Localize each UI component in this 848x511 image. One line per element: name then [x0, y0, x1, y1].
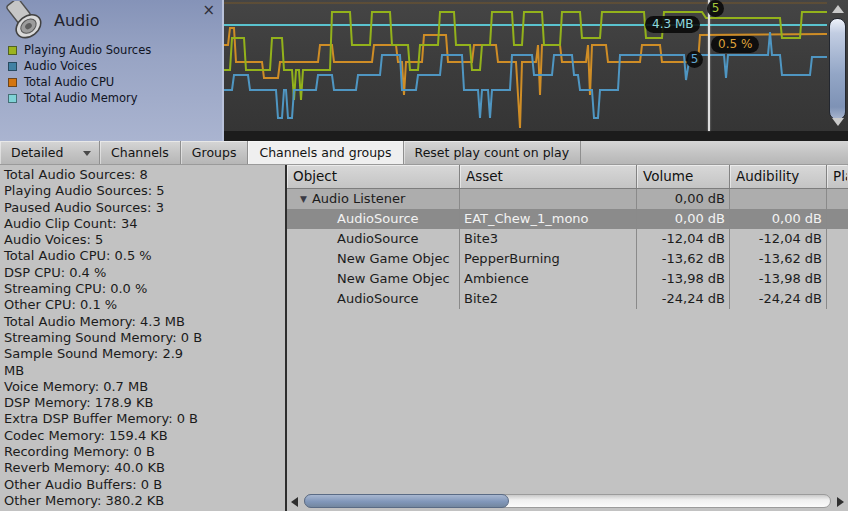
toolbar-button-reset-play-count-on-play[interactable]: Reset play count on play [404, 141, 582, 164]
legend-swatch-icon [8, 46, 17, 55]
cell-audibility: -13,98 dB [730, 269, 827, 289]
stat-line: Other CPU: 0.1 % [4, 297, 285, 313]
toolbar: Detailed ChannelsGroupsChannels and grou… [0, 141, 848, 165]
stat-line: Extra DSP Buffer Memory: 0 B [4, 411, 285, 427]
legend-item-label: Audio Voices [24, 59, 97, 73]
cell-plays [827, 229, 847, 249]
legend-swatch-icon [8, 94, 17, 103]
channels-table-panel: ObjectAssetVolumeAudibilityPla ▼Audio Li… [285, 165, 848, 511]
detailed-dropdown[interactable]: Detailed [0, 141, 100, 164]
object-label: New Game Objec [287, 249, 450, 269]
column-header-asset[interactable]: Asset [460, 165, 637, 188]
chart-vertical-scrollbar[interactable] [828, 0, 847, 131]
object-label: New Game Objec [287, 269, 450, 289]
cell-volume: -13,98 dB [637, 269, 730, 289]
column-header-object[interactable]: Object [287, 165, 460, 188]
stat-line: MB [4, 363, 285, 379]
asset-label: Ambience [460, 269, 529, 289]
asset-label: Bite2 [460, 289, 498, 309]
column-header-pla[interactable]: Pla [827, 165, 847, 188]
legend-item[interactable]: Playing Audio Sources [8, 42, 151, 58]
cell-object: New Game Objec [287, 269, 460, 289]
stat-line: Reverb Memory: 40.0 KB [4, 460, 285, 476]
stat-line: Total Audio CPU: 0.5 % [4, 248, 285, 264]
playhead-line[interactable] [708, 0, 710, 131]
table-row[interactable]: AudioSourceBite3-12,04 dB-12,04 dB [287, 229, 848, 249]
toolbar-button-channels-and-groups[interactable]: Channels and groups [248, 141, 403, 164]
scroll-right-arrow-icon[interactable] [837, 497, 844, 507]
table-horizontal-scrollbar[interactable] [287, 492, 848, 511]
stat-line: Audio Voices: 5 [4, 232, 285, 248]
cell-volume: -24,24 dB [637, 289, 730, 309]
legend-item-label: Playing Audio Sources [24, 43, 151, 57]
stat-line: Codec Memory: 159.4 KB [4, 428, 285, 444]
toolbar-buttons: ChannelsGroupsChannels and groupsReset p… [100, 141, 581, 164]
cell-audibility: -13,62 dB [730, 249, 827, 269]
asset-label: Bite3 [460, 229, 498, 249]
toolbar-button-channels[interactable]: Channels [100, 141, 181, 164]
legend-swatch-icon [8, 78, 17, 87]
legend-item[interactable]: Total Audio CPU [8, 74, 114, 90]
table-header: ObjectAssetVolumeAudibilityPla [287, 165, 848, 189]
cell-volume: 0,00 dB [637, 209, 730, 229]
scroll-up-arrow-icon[interactable] [832, 5, 844, 13]
cell-object: AudioSource [287, 229, 460, 249]
chart-legend-panel: Audio × Playing Audio SourcesAudio Voice… [0, 0, 224, 141]
legend-swatch-icon [8, 62, 17, 71]
stat-line: Other Memory: 380.2 KB [4, 493, 285, 509]
stat-line: Sample Sound Memory: 2.9 [4, 346, 285, 362]
table-body: ▼Audio Listener0,00 dBAudioSourceEAT_Che… [287, 189, 848, 309]
scroll-left-arrow-icon[interactable] [291, 497, 298, 507]
cell-asset: Bite3 [460, 229, 637, 249]
foldout-arrow-icon[interactable]: ▼ [300, 189, 307, 209]
scrollbar-thumb[interactable] [304, 494, 509, 508]
cell-asset: PepperBurning [460, 249, 637, 269]
cell-audibility: 0,00 dB [730, 209, 827, 229]
cell-object: AudioSource [287, 209, 460, 229]
asset-label: EAT_Chew_1_mono [460, 209, 589, 229]
stat-line: Other Audio Buffers: 0 B [4, 477, 285, 493]
stat-line: Paused Audio Sources: 3 [4, 200, 285, 216]
detailed-dropdown-label: Detailed [11, 145, 63, 160]
legend-item-label: Total Audio Memory [24, 91, 138, 105]
cell-asset: EAT_Chew_1_mono [460, 209, 637, 229]
cell-audibility: -24,24 dB [730, 289, 827, 309]
pane-title: Audio [54, 11, 99, 30]
table-row[interactable]: New Game ObjecPepperBurning-13,62 dB-13,… [287, 249, 848, 269]
cell-plays [827, 249, 847, 269]
chart-value-label: 4.3 MB [645, 16, 700, 33]
audio-profiler-pane: 54.3 MB0.5 %5 Audio × Playing Audio So [0, 0, 848, 511]
cell-plays [827, 289, 847, 309]
scroll-down-arrow-icon[interactable] [832, 118, 844, 126]
cell-asset [460, 189, 637, 209]
table-row[interactable]: AudioSourceEAT_Chew_1_mono0,00 dB0,00 dB [287, 209, 848, 229]
cell-audibility [730, 189, 827, 209]
stat-line: Streaming Sound Memory: 0 B [4, 330, 285, 346]
column-header-audibility[interactable]: Audibility [730, 165, 827, 188]
table-row[interactable]: New Game ObjecAmbience-13,98 dB-13,98 dB [287, 269, 848, 289]
stat-line: DSP Memory: 178.9 KB [4, 395, 285, 411]
legend-item-label: Total Audio CPU [24, 75, 114, 89]
stat-line: Streaming CPU: 0.0 % [4, 281, 285, 297]
cell-volume: -13,62 dB [637, 249, 730, 269]
legend-item[interactable]: Total Audio Memory [8, 90, 138, 106]
toolbar-button-groups[interactable]: Groups [181, 141, 249, 164]
table-row[interactable]: ▼Audio Listener0,00 dB [287, 189, 848, 209]
cell-audibility: -12,04 dB [730, 229, 827, 249]
chart-value-label: 5 [707, 0, 724, 17]
close-icon[interactable]: × [202, 1, 215, 19]
object-label: Audio Listener [312, 191, 405, 206]
legend-item[interactable]: Audio Voices [8, 58, 97, 74]
stat-line: Total Audio Sources: 8 [4, 167, 285, 183]
table-row[interactable]: AudioSourceBite2-24,24 dB-24,24 dB [287, 289, 848, 309]
chevron-down-icon [83, 151, 91, 156]
chart-value-label: 5 [686, 51, 703, 68]
cell-object: New Game Objec [287, 249, 460, 269]
chart-scrollbar-thumb[interactable] [829, 18, 846, 120]
object-label: AudioSource [287, 209, 419, 229]
cell-asset: Ambience [460, 269, 637, 289]
profiler-chart-area[interactable]: 54.3 MB0.5 %5 Audio × Playing Audio So [0, 0, 848, 141]
profiler-chart[interactable] [224, 0, 827, 141]
column-header-volume[interactable]: Volume [637, 165, 730, 188]
object-label: AudioSource [287, 229, 419, 249]
